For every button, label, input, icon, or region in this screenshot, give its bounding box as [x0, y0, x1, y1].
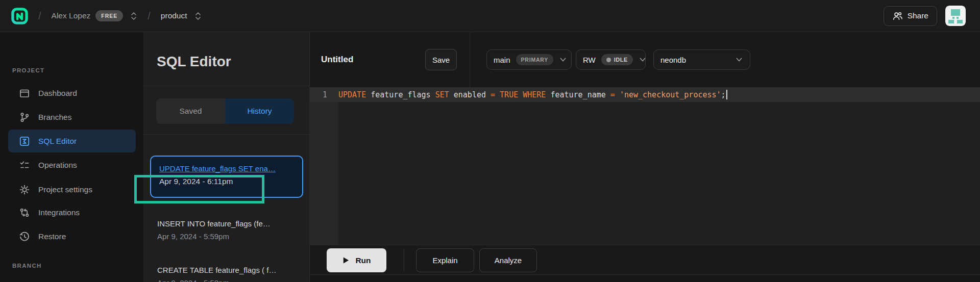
- save-button[interactable]: Save: [425, 49, 457, 70]
- run-label: Run: [355, 256, 371, 265]
- top-bar: / Alex Lopez FREE / product Share: [0, 0, 980, 32]
- status-dot-icon: [606, 58, 611, 62]
- divider: [144, 86, 309, 86]
- code-token: feature_flags: [366, 90, 435, 99]
- code-token: feature_name: [546, 90, 610, 99]
- code-token: =: [491, 90, 495, 99]
- line-number: 1: [310, 90, 338, 99]
- text-cursor: [726, 90, 727, 99]
- history-query: INSERT INTO feature_flags (fe…: [157, 219, 271, 228]
- history-restore-icon: [19, 231, 30, 242]
- history-query: CREATE TABLE feature_flags ( f…: [157, 266, 276, 274]
- branch-icon: [19, 112, 30, 123]
- code-token: [495, 90, 500, 99]
- sidebar-item-project-settings[interactable]: Project settings: [8, 178, 136, 201]
- history-query-link[interactable]: UPDATE feature_flags SET ena…: [159, 164, 294, 173]
- sidebar-item-integrations[interactable]: Integrations: [8, 201, 136, 224]
- code-editor-active-line[interactable]: 1 UPDATE feature_flags SET enabled = TRU…: [310, 87, 980, 102]
- unfold-icon: [130, 11, 137, 21]
- tab-history[interactable]: History: [225, 98, 294, 124]
- breadcrumb-separator: /: [148, 10, 151, 22]
- account-name: Alex Lopez: [52, 11, 91, 20]
- tab-saved[interactable]: Saved: [156, 98, 225, 124]
- sidebar-item-label: Operations: [38, 161, 77, 170]
- code-token: WHERE: [523, 90, 546, 99]
- share-button[interactable]: Share: [884, 6, 937, 26]
- sidebar-item-label: Project settings: [38, 185, 92, 194]
- sidebar-item-label: Restore: [38, 232, 66, 241]
- project-name: product: [161, 11, 187, 20]
- explain-button[interactable]: Explain: [416, 248, 474, 272]
- history-date: Apr 9, 2024 - 6:11pm: [159, 177, 294, 186]
- code-token: ;: [721, 90, 726, 99]
- editor-header: Untitled Save main PRIMARY RW IDLE neond…: [310, 32, 980, 87]
- branch-dropdown[interactable]: main PRIMARY: [486, 49, 572, 70]
- history-item-selected[interactable]: UPDATE feature_flags SET ena… Apr 9, 202…: [150, 156, 303, 198]
- unfold-icon: [194, 11, 202, 21]
- editor-panel: Untitled Save main PRIMARY RW IDLE neond…: [310, 32, 980, 282]
- database-dropdown[interactable]: neondb: [653, 49, 750, 70]
- query-title[interactable]: Untitled: [321, 32, 353, 87]
- code-token: TRUE: [500, 90, 518, 99]
- analyze-button[interactable]: Analyze: [479, 248, 537, 272]
- breadcrumb-separator: /: [38, 10, 41, 22]
- divider: [470, 32, 470, 87]
- chevron-down-icon: [559, 56, 567, 64]
- branch-value: main: [494, 56, 510, 64]
- code-token: [615, 90, 620, 99]
- share-label: Share: [908, 11, 928, 20]
- code-token: [518, 90, 523, 99]
- compute-value: RW: [583, 56, 596, 64]
- saved-history-tabs: Saved History: [156, 98, 294, 124]
- code-token: UPDATE: [338, 90, 366, 99]
- avatar[interactable]: [945, 6, 966, 26]
- sidebar-item-branches[interactable]: Branches: [8, 106, 136, 129]
- code-token: =: [610, 90, 615, 99]
- sidebar-item-label: Dashboard: [38, 89, 77, 98]
- project-sidebar: PROJECT Dashboard Branches SQL Editor Op…: [0, 32, 143, 282]
- sidebar-item-operations[interactable]: Operations: [8, 153, 136, 176]
- sql-editor-panel: SQL Editor Saved History UPDATE feature_…: [143, 32, 310, 282]
- compute-dropdown[interactable]: RW IDLE: [576, 49, 646, 70]
- neon-logo[interactable]: [11, 8, 28, 24]
- history-date: Apr 9, 2024 - 5:59pm: [157, 232, 271, 241]
- code-token: 'new_checkout_process': [620, 90, 721, 99]
- checklist-icon: [19, 160, 30, 171]
- compute-status-badge: IDLE: [601, 54, 633, 65]
- code-token: SET: [435, 90, 449, 99]
- chevron-down-icon: [735, 56, 743, 64]
- sidebar-item-dashboard[interactable]: Dashboard: [8, 82, 136, 105]
- history-item[interactable]: INSERT INTO feature_flags (fe… Apr 9, 20…: [157, 219, 271, 241]
- primary-badge: PRIMARY: [516, 54, 554, 65]
- line-number-gutter: [310, 102, 338, 245]
- sidebar-section-branch: BRANCH: [12, 263, 42, 269]
- code-editor-area[interactable]: [310, 102, 980, 245]
- chevron-down-icon: [639, 56, 647, 64]
- gear-icon: [19, 184, 30, 195]
- compute-status: IDLE: [614, 57, 628, 63]
- results-panel-edge: [310, 274, 980, 282]
- sql-editor-icon: [19, 136, 30, 147]
- sidebar-item-label: Branches: [38, 113, 71, 122]
- account-selector[interactable]: Alex Lopez FREE: [52, 10, 138, 21]
- sql-code-line: UPDATE feature_flags SET enabled = TRUE …: [338, 90, 726, 99]
- sidebar-item-sql-editor[interactable]: SQL Editor: [8, 130, 136, 152]
- run-button[interactable]: Run: [327, 248, 386, 272]
- history-item[interactable]: CREATE TABLE feature_flags ( f… Apr 9, 2…: [157, 266, 276, 282]
- integrations-icon: [19, 207, 30, 218]
- sidebar-section-project: PROJECT: [12, 67, 44, 73]
- sidebar-item-label: Integrations: [38, 208, 80, 217]
- database-value: neondb: [660, 56, 686, 64]
- divider: [404, 249, 404, 271]
- page-title: SQL Editor: [157, 54, 231, 70]
- sidebar-item-label: SQL Editor: [38, 137, 77, 146]
- play-icon: [342, 257, 350, 264]
- editor-action-bar: Run Explain Analyze: [310, 245, 980, 274]
- sidebar-item-restore[interactable]: Restore: [8, 225, 136, 248]
- people-icon: [892, 11, 903, 21]
- code-token: enabled: [449, 90, 491, 99]
- project-selector[interactable]: product: [161, 11, 202, 21]
- plan-badge: FREE: [95, 10, 123, 21]
- dashboard-icon: [19, 88, 30, 99]
- divider: [144, 134, 309, 135]
